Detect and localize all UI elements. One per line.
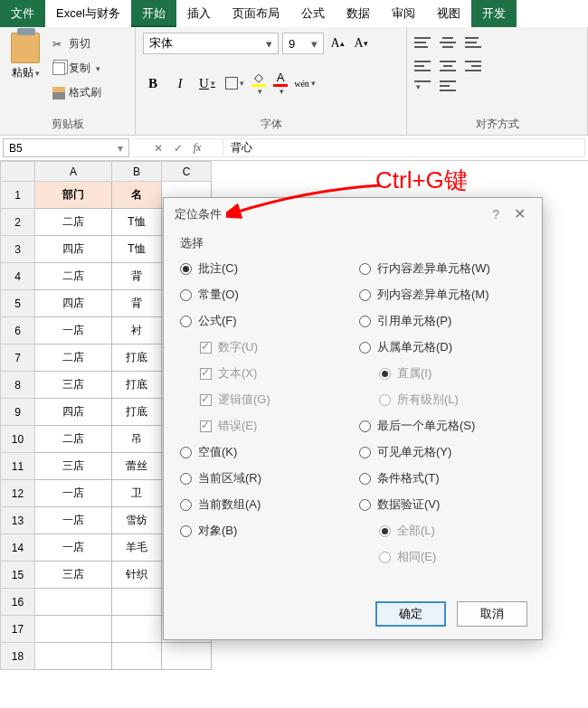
cancel-button[interactable]: 取消 — [457, 601, 527, 627]
tab-data[interactable]: 数据 — [336, 0, 381, 27]
check-numbers[interactable]: 数字(U) — [200, 339, 346, 355]
check-errors[interactable]: 错误(E) — [200, 418, 346, 434]
radio-visible[interactable]: 可见单元格(Y) — [359, 444, 526, 460]
cell[interactable] — [112, 616, 162, 643]
cell[interactable]: 背 — [112, 290, 162, 317]
tab-layout[interactable]: 页面布局 — [222, 0, 290, 27]
cell[interactable]: 名 — [112, 182, 162, 209]
cell[interactable] — [35, 643, 112, 670]
formula-input[interactable]: 背心 — [223, 138, 585, 157]
row-header[interactable]: 5 — [1, 290, 35, 317]
cell[interactable]: 四店 — [35, 290, 112, 317]
row-header[interactable]: 4 — [1, 263, 35, 290]
cell[interactable]: 背 — [112, 263, 162, 290]
cell[interactable]: 打底 — [112, 399, 162, 426]
row-header[interactable]: 11 — [1, 453, 35, 480]
cell[interactable]: 一店 — [35, 507, 112, 534]
row-header[interactable]: 3 — [1, 236, 35, 263]
align-bottom-button[interactable] — [465, 36, 481, 49]
ok-button[interactable]: 确定 — [375, 601, 446, 627]
radio-formulas[interactable]: 公式(F) — [180, 313, 346, 329]
cell[interactable]: 吊 — [112, 426, 162, 453]
cell[interactable] — [162, 643, 212, 670]
cell[interactable]: 打底 — [112, 345, 162, 372]
confirm-icon[interactable]: ✓ — [174, 142, 183, 155]
cell[interactable]: T恤 — [112, 209, 162, 236]
row-header[interactable]: 17 — [1, 616, 35, 643]
row-header[interactable]: 6 — [1, 317, 35, 345]
tab-insert[interactable]: 插入 — [176, 0, 222, 27]
cell[interactable]: 一店 — [35, 534, 112, 562]
radio-col-diff[interactable]: 列内容差异单元格(M) — [359, 287, 526, 303]
radio-last-cell[interactable]: 最后一个单元格(S) — [359, 418, 526, 434]
row-header[interactable]: 16 — [1, 589, 35, 616]
radio-current-region[interactable]: 当前区域(R) — [180, 470, 346, 486]
radio-objects[interactable]: 对象(B) — [180, 523, 346, 539]
col-header-b[interactable]: B — [112, 162, 162, 182]
row-header[interactable]: 7 — [1, 345, 35, 372]
cell[interactable]: 四店 — [35, 399, 112, 426]
cell[interactable]: 二店 — [35, 426, 112, 453]
font-color-button[interactable]: A — [273, 71, 288, 96]
radio-current-array[interactable]: 当前数组(A) — [180, 496, 346, 513]
cell[interactable]: 二店 — [35, 263, 112, 290]
italic-button[interactable]: I — [170, 73, 190, 93]
row-header[interactable]: 8 — [1, 372, 35, 399]
radio-dv-same[interactable]: 相同(E) — [379, 549, 526, 565]
fx-icon[interactable]: fx — [194, 141, 202, 155]
col-header-a[interactable]: A — [35, 162, 112, 182]
underline-button[interactable]: U — [197, 73, 217, 93]
close-icon[interactable]: ✕ — [508, 205, 531, 222]
radio-row-diff[interactable]: 行内容差异单元格(W) — [359, 260, 526, 277]
row-header[interactable]: 13 — [1, 507, 35, 534]
cell[interactable]: 三店 — [35, 562, 112, 589]
cell[interactable]: 二店 — [35, 209, 112, 236]
align-center-button[interactable] — [440, 60, 456, 72]
cell[interactable]: 雪纺 — [112, 507, 162, 534]
tab-home[interactable]: 开始 — [131, 0, 176, 27]
row-header[interactable]: 14 — [1, 534, 35, 562]
tab-view[interactable]: 视图 — [426, 0, 471, 27]
cell[interactable] — [112, 589, 162, 616]
cell[interactable]: 一店 — [35, 480, 112, 507]
select-all-corner[interactable] — [1, 162, 35, 182]
align-top-button[interactable] — [414, 36, 431, 49]
indent-decrease-button[interactable] — [414, 80, 431, 92]
cell[interactable] — [35, 589, 112, 616]
cut-button[interactable]: ✂剪切 — [49, 34, 105, 53]
align-right-button[interactable] — [465, 60, 481, 72]
radio-comments[interactable]: 批注(C) — [180, 260, 346, 277]
tab-file[interactable]: 文件 — [0, 0, 45, 27]
row-header[interactable]: 1 — [1, 182, 35, 209]
cell[interactable]: 三店 — [35, 453, 112, 480]
radio-precedents[interactable]: 引用单元格(P) — [359, 313, 526, 329]
cell[interactable] — [112, 643, 162, 670]
radio-dependents[interactable]: 从属单元格(D) — [359, 339, 526, 355]
check-logical[interactable]: 逻辑值(G) — [200, 392, 346, 408]
cell[interactable]: 卫 — [112, 480, 162, 507]
tab-excel-finance[interactable]: Excel与财务 — [45, 0, 131, 27]
cell[interactable] — [35, 616, 112, 643]
check-text[interactable]: 文本(X) — [200, 365, 346, 382]
row-header[interactable]: 18 — [1, 643, 35, 670]
tab-review[interactable]: 审阅 — [381, 0, 426, 27]
cell[interactable]: 四店 — [35, 236, 112, 263]
cell[interactable]: 二店 — [35, 345, 112, 372]
radio-constants[interactable]: 常量(O) — [180, 287, 346, 303]
indent-increase-button[interactable] — [440, 80, 456, 92]
cancel-icon[interactable]: ✕ — [154, 142, 163, 155]
row-header[interactable]: 2 — [1, 209, 35, 236]
format-painter-button[interactable]: 格式刷 — [49, 83, 105, 102]
align-left-button[interactable] — [414, 60, 431, 72]
radio-cond-format[interactable]: 条件格式(T) — [359, 470, 526, 486]
radio-data-validation[interactable]: 数据验证(V) — [359, 496, 526, 513]
cell[interactable]: 打底 — [112, 372, 162, 399]
cell[interactable]: 部门 — [35, 182, 112, 209]
help-icon[interactable]: ? — [483, 207, 508, 222]
increase-font-icon[interactable]: A▴ — [327, 33, 347, 53]
row-header[interactable]: 9 — [1, 399, 35, 426]
cell[interactable]: 蕾丝 — [112, 453, 162, 480]
tab-formula[interactable]: 公式 — [290, 0, 336, 27]
row-header[interactable]: 10 — [1, 426, 35, 453]
cell[interactable]: 衬 — [112, 317, 162, 345]
